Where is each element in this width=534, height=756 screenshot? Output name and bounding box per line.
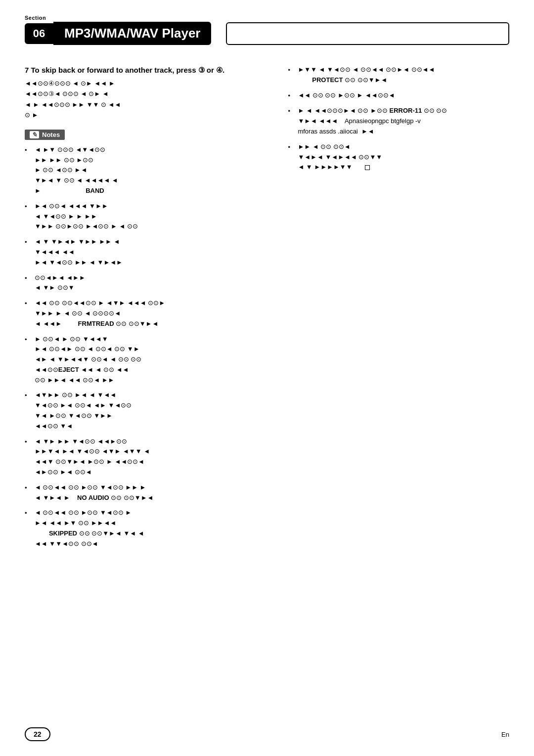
list-item: • ►► ◄ ⊙⊙ ⊙⊙◄ ▼◄►◄ ▼◄►◄◄ ⊙⊙▼▼ ◄ ▼ ►►►►▼▼ xyxy=(288,142,509,173)
page-number-badge: 22 xyxy=(25,727,50,741)
list-item: • ►◄ ⊙⊙◄ ◄◄◄ ▼►► ◄ ▼◄⊙⊙ ► ► ►► ▼►► ⊙⊙►⊙⊙… xyxy=(25,201,268,232)
list-item: • ◄◄ ⊙⊙ ⊙⊙ ►⊙⊙ ► ◄◄⊙⊙◄ xyxy=(288,90,509,101)
notes-bullet-list: • ◄ ►▼ ⊙⊙⊙ ◄▼◄⊙⊙ ►► ►► ⊙⊙ ►⊙⊙ ► ⊙⊙ ◄⊙⊙ ►… xyxy=(25,145,268,549)
section-label: Section xyxy=(25,15,509,21)
header-row: 06 MP3/WMA/WAV Player xyxy=(25,22,509,45)
list-item: • ◄ ►▼ ⊙⊙⊙ ◄▼◄⊙⊙ ►► ►► ⊙⊙ ►⊙⊙ ► ⊙⊙ ◄⊙⊙ ►… xyxy=(25,145,268,196)
list-item: • ► ◄ ◄◄⊙⊙⊙►◄ ⊙⊙ ►⊙⊙ ERROR-11 ⊙⊙ ⊙⊙ ▼►◄ … xyxy=(288,106,509,136)
content-area: 7 To skip back or forward to another tra… xyxy=(25,65,509,554)
page: Section 06 MP3/WMA/WAV Player 7 To skip … xyxy=(0,0,534,756)
right-bullet-list: • ►▼▼ ◄ ▼◄⊙⊙ ◄ ⊙⊙◄◄ ⊙⊙►◄ ⊙⊙◄◄ PROTECT ⊙⊙… xyxy=(288,65,509,173)
list-item: • ◄▼►► ⊙⊙ ►◄ ◄ ▼◄◄ ▼◄⊙⊙ ►◄ ⊙⊙◄ ◄► ▼◄⊙⊙ ▼… xyxy=(25,390,268,431)
footer-row: 22 En xyxy=(25,727,509,741)
notes-box: ✎ Notes • ◄ ►▼ ⊙⊙⊙ ◄▼◄⊙⊙ ►► ►► ⊙⊙ ►⊙⊙ ► … xyxy=(25,130,268,549)
list-item: • ►▼▼ ◄ ▼◄⊙⊙ ◄ ⊙⊙◄◄ ⊙⊙►◄ ⊙⊙◄◄ PROTECT ⊙⊙… xyxy=(288,65,509,86)
step7-lines: ◄◄⊙⊙④⊙⊙⊙ ◄ ⊙► ◄◄ ► ◄◄⊙⊙③◄ ⊙⊙⊙ ◄ ⊙► ◄ ◄ ►… xyxy=(25,78,268,121)
header-right-box xyxy=(226,22,509,45)
step7-heading: 7 To skip back or forward to another tra… xyxy=(25,65,268,75)
list-item: • ► ⊙⊙◄ ► ⊙⊙ ▼◄◄▼ ►◄ ⊙⊙◄► ⊙⊙ ◄ ⊙⊙◄ ⊙⊙ ▼►… xyxy=(25,334,268,386)
list-item: • ⊙⊙◄►◄ ◄►► ◄ ▼► ⊙⊙▼ xyxy=(25,273,268,294)
right-column: • ►▼▼ ◄ ▼◄⊙⊙ ◄ ⊙⊙◄◄ ⊙⊙►◄ ⊙⊙◄◄ PROTECT ⊙⊙… xyxy=(288,65,509,554)
list-item: • ◄ ⊙⊙◄◄ ⊙⊙ ►⊙⊙ ▼◄⊙⊙ ►► ► ◄ ▼►◄ ► NO AUD… xyxy=(25,483,268,503)
section-badge: 06 xyxy=(25,23,53,44)
notes-icon: ✎ xyxy=(30,131,39,138)
small-box-icon xyxy=(365,165,370,170)
list-item: • ◄ ▼ ▼►◄► ▼►► ►► ◄ ▼◄◄◄ ◄◄ ►◄ ▼◄⊙⊙ ►► ◄… xyxy=(25,237,268,267)
list-item: • ◄ ▼► ►► ▼◄⊙⊙ ◄◄►⊙⊙ ►►▼◄ ►◄ ▼◄⊙⊙ ◄▼► ◄▼… xyxy=(25,437,268,478)
list-item: • ◄ ⊙⊙◄◄ ⊙⊙ ►⊙⊙ ▼◄⊙⊙ ► ►◄ ◄◄ ►▼ ⊙⊙ ►►◄◄ … xyxy=(25,508,268,549)
list-item: • ◄◄ ⊙⊙ ⊙⊙◄◄⊙⊙ ► ◄▼► ◄◄◄ ⊙⊙► ▼►► ► ◄ ⊙⊙ … xyxy=(25,298,268,329)
language-label: En xyxy=(501,731,509,738)
notes-header: ✎ Notes xyxy=(25,130,65,140)
left-column: 7 To skip back or forward to another tra… xyxy=(25,65,268,554)
page-title: MP3/WMA/WAV Player xyxy=(53,22,211,45)
